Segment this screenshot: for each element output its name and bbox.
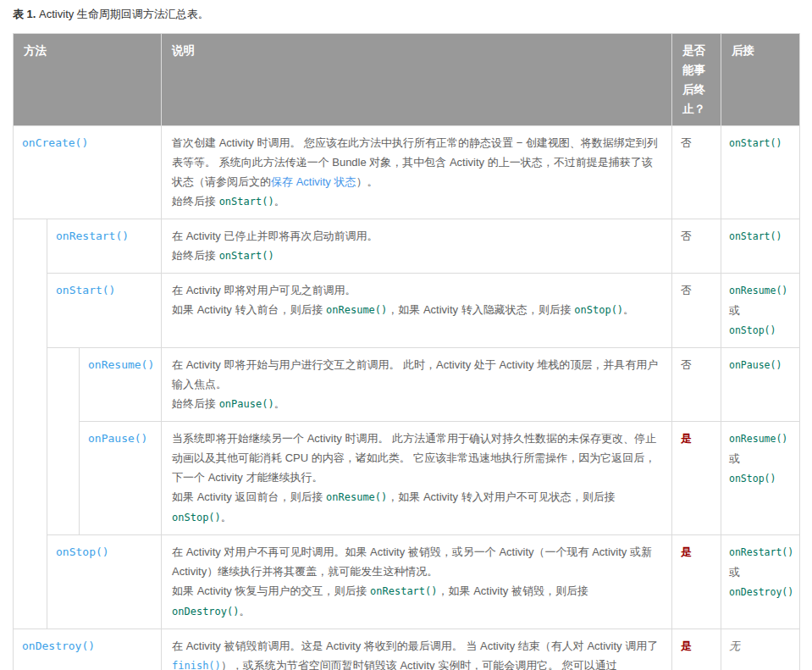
- table-row: onRestart()在 Activity 已停止并即将再次启动前调用。始终后接…: [14, 219, 800, 274]
- killable-cell: 是: [672, 535, 721, 629]
- none-label: 无: [729, 640, 740, 652]
- table-row: onStart()在 Activity 即将对用户可见之前调用。如果 Activ…: [14, 274, 800, 348]
- next-line: onRestart(): [729, 542, 794, 562]
- description-paragraph: 始终后接 onPause()。: [172, 394, 661, 414]
- description-paragraph: 在 Activity 对用户不再可见时调用。如果 Activity 被销毁，或另…: [172, 542, 661, 581]
- inline-code: onResume(): [326, 304, 387, 316]
- description-paragraph: 在 Activity 已停止并即将再次启动前调用。: [172, 226, 661, 246]
- table-caption-text: Activity 生命周期回调方法汇总表。: [36, 8, 208, 20]
- next-line: onStop(): [729, 320, 794, 341]
- next-line: onResume(): [729, 280, 794, 301]
- inline-code: onDestroy(): [729, 586, 793, 598]
- table-row: onPause()当系统即将开始继续另一个 Activity 时调用。 此方法通…: [14, 422, 800, 535]
- inline-link[interactable]: 保存 Activity 状态: [271, 175, 356, 188]
- text-segment: 始终后接: [172, 249, 219, 262]
- killable-value: 是: [681, 545, 692, 558]
- col-header-description: 说明: [162, 34, 672, 126]
- text-segment: 或: [729, 304, 740, 317]
- next-line: 或: [729, 301, 794, 320]
- text-segment: 在 Activity 即将对用户可见之前调用。: [172, 284, 356, 296]
- col-header-method: 方法: [14, 34, 162, 126]
- method-link-onStop[interactable]: onStop(): [56, 545, 109, 558]
- inline-code: onDestroy(): [172, 606, 239, 617]
- inline-code: onStart(): [219, 250, 274, 262]
- method-cell: onResume(): [80, 348, 162, 422]
- inline-code: onRestart(): [370, 585, 437, 597]
- text-segment: 当系统即将开始继续另一个 Activity 时调用。 此方法通常用于确认对持久性…: [172, 432, 656, 484]
- inline-code: onStart(): [729, 137, 782, 149]
- col-header-killable: 是否能事后终止？: [672, 34, 721, 126]
- method-link-onRestart[interactable]: onRestart(): [56, 230, 129, 242]
- next-cell: onStart(): [721, 219, 800, 274]
- next-cell: onStart(): [721, 126, 800, 219]
- inline-code-link[interactable]: finish(): [172, 660, 221, 670]
- table-row: onStop()在 Activity 对用户不再可见时调用。如果 Activit…: [14, 535, 800, 629]
- method-cell: onRestart(): [47, 219, 162, 274]
- next-cell: onResume()或onStop(): [721, 422, 800, 535]
- inline-code: onResume(): [729, 433, 787, 445]
- description-paragraph: 始终后接 onStart()。: [172, 191, 661, 212]
- next-line: onStop(): [729, 468, 794, 489]
- description-cell: 在 Activity 即将对用户可见之前调用。如果 Activity 转入前台，…: [162, 274, 672, 348]
- inline-code: onStart(): [219, 196, 274, 208]
- text-segment: 在 Activity 对用户不再可见时调用。如果 Activity 被销毁，或另…: [172, 545, 652, 578]
- text-segment: 或: [729, 452, 740, 465]
- next-line: onDestroy(): [729, 582, 794, 602]
- method-link-onResume[interactable]: onResume(): [88, 358, 154, 371]
- text-segment: ，如果 Activity 转入隐藏状态，则后接: [387, 303, 574, 316]
- header-row: 方法 说明 是否能事后终止？ 后接: [14, 34, 800, 126]
- method-link-onPause[interactable]: onPause(): [88, 432, 147, 445]
- killable-cell: 是: [672, 422, 721, 535]
- method-link-onStart[interactable]: onStart(): [56, 284, 115, 296]
- inline-code: onResume(): [326, 491, 387, 503]
- table-row: onDestroy()在 Activity 被销毁前调用。这是 Activity…: [14, 629, 800, 670]
- text-segment: 。: [623, 303, 634, 316]
- next-line: 无: [729, 636, 794, 656]
- text-segment: 。: [221, 511, 232, 523]
- text-segment: 首次创建 Activity 时调用。 您应该在此方法中执行所有正常的静态设置 −…: [172, 136, 658, 188]
- description-paragraph: 首次创建 Activity 时调用。 您应该在此方法中执行所有正常的静态设置 −…: [172, 133, 661, 191]
- next-line: onStart(): [729, 133, 794, 153]
- lifecycle-table: 方法 说明 是否能事后终止？ 后接 onCreate()首次创建 Activit…: [13, 33, 800, 670]
- description-paragraph: 如果 Activity 返回前台，则后接 onResume()，如果 Activ…: [172, 487, 661, 528]
- killable-cell: 否: [672, 274, 721, 348]
- table-caption-label: 表 1.: [13, 8, 36, 20]
- inline-code: onStop(): [172, 512, 221, 523]
- text-segment: 如果 Activity 转入前台，则后接: [172, 303, 326, 316]
- method-link-onDestroy[interactable]: onDestroy(): [22, 640, 95, 652]
- inline-code: onResume(): [729, 285, 787, 296]
- next-line: 或: [729, 449, 794, 468]
- description-paragraph: 始终后接 onStart(): [172, 246, 661, 266]
- text-segment: ，如果 Activity 被销毁，则后接: [438, 584, 588, 597]
- killable-value: 是: [681, 640, 692, 652]
- method-cell: onStart(): [47, 274, 162, 348]
- next-cell: onResume()或onStop(): [721, 274, 800, 348]
- description-cell: 在 Activity 即将开始与用户进行交互之前调用。 此时，Activity …: [162, 348, 672, 422]
- method-cell: onDestroy(): [14, 629, 162, 670]
- col-header-next: 后接: [721, 34, 800, 126]
- inline-code: onStop(): [729, 324, 776, 336]
- description-cell: 在 Activity 被销毁前调用。这是 Activity 将收到的最后调用。 …: [162, 629, 672, 670]
- next-line: 或: [729, 562, 794, 582]
- text-segment: 始终后接: [172, 397, 219, 410]
- text-segment: ）。: [356, 175, 378, 188]
- killable-value: 否: [681, 358, 692, 371]
- text-segment: 或: [729, 566, 740, 579]
- text-segment: ，如果 Activity 转入对用户不可见状态，则后接: [387, 490, 615, 503]
- text-segment: 如果 Activity 恢复与用户的交互，则后接: [172, 584, 370, 597]
- killable-value: 否: [681, 230, 692, 242]
- method-link-onCreate[interactable]: onCreate(): [22, 136, 88, 149]
- next-line: onStart(): [729, 226, 794, 246]
- text-segment: 在 Activity 已停止并即将再次启动前调用。: [172, 230, 378, 242]
- description-paragraph: 在 Activity 即将开始与用户进行交互之前调用。 此时，Activity …: [172, 355, 661, 394]
- killable-cell: 是: [672, 629, 721, 670]
- text-segment: 。: [240, 605, 251, 617]
- description-cell: 当系统即将开始继续另一个 Activity 时调用。 此方法通常用于确认对持久性…: [162, 422, 672, 535]
- killable-value: 否: [681, 136, 692, 149]
- text-segment: 如果 Activity 返回前台，则后接: [172, 490, 326, 503]
- description-paragraph: 在 Activity 即将对用户可见之前调用。: [172, 280, 661, 300]
- table-caption: 表 1. Activity 生命周期回调方法汇总表。: [13, 7, 799, 22]
- description-paragraph: 如果 Activity 恢复与用户的交互，则后接 onRestart()，如果 …: [172, 581, 661, 622]
- text-segment: 在 Activity 即将开始与用户进行交互之前调用。 此时，Activity …: [172, 358, 658, 390]
- document-page: 表 1. Activity 生命周期回调方法汇总表。 方法 说明 是否能事后终止…: [0, 0, 812, 670]
